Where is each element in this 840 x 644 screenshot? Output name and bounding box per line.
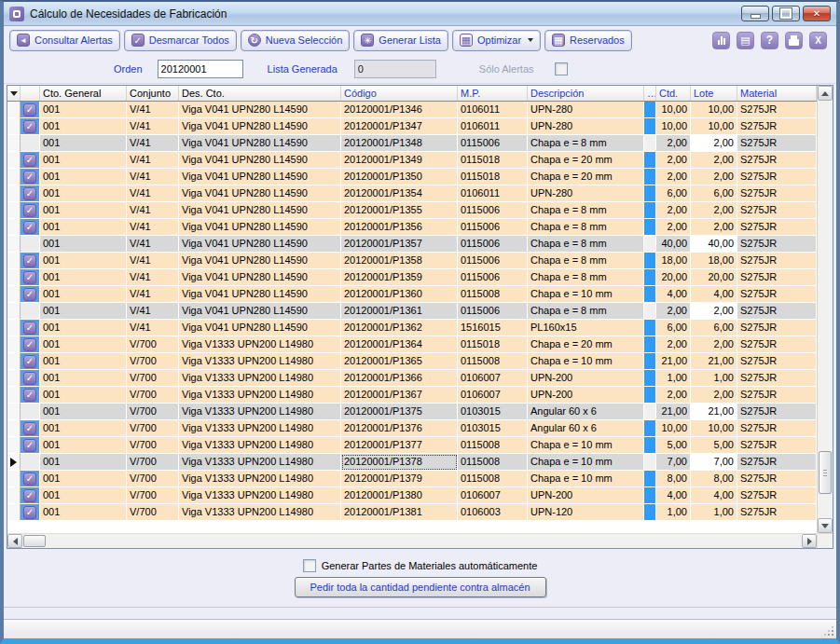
cell-codigo[interactable]: 20120001/P1358 (341, 253, 458, 269)
table-row[interactable]: 001 V/700 Viga V1333 UPN200 L14980 20120… (7, 353, 817, 370)
conjunto-header[interactable]: Conjunto (127, 86, 179, 101)
scroll-right-button[interactable] (802, 534, 817, 548)
bar-chart-icon[interactable] (712, 32, 730, 49)
table-row[interactable]: 001 V/700 Viga V1333 UPN200 L14980 20120… (7, 370, 817, 387)
cell-codigo[interactable]: 20120001/P1381 (341, 504, 458, 521)
cell-lote[interactable]: 2,00 (691, 135, 737, 152)
cell-codigo[interactable]: 20120001/P1346 (341, 102, 458, 118)
cell-codigo[interactable]: 20120001/P1378 (341, 454, 458, 471)
cell-lote[interactable]: 5,00 (691, 437, 737, 454)
row-checkbox[interactable] (21, 152, 40, 169)
pedir-cantidad-button[interactable]: Pedir toda la cantidad pendiente contra … (295, 577, 546, 597)
cell-codigo[interactable]: 20120001/P1360 (341, 286, 458, 303)
row-checkbox[interactable] (21, 320, 40, 336)
cell-codigo[interactable]: 20120001/P1350 (341, 169, 458, 185)
cell-lote[interactable]: 21,00 (691, 404, 737, 420)
table-row[interactable]: 001 V/41 Viga V041 UPN280 L14590 2012000… (7, 118, 817, 135)
row-checkbox[interactable] (21, 303, 40, 320)
row-checkbox[interactable] (21, 219, 40, 236)
cell-lote[interactable]: 2,00 (691, 169, 737, 185)
horizontal-scrollbar[interactable] (7, 534, 817, 548)
clipboard-icon[interactable] (737, 32, 754, 49)
cell-codigo[interactable]: 20120001/P1367 (341, 387, 458, 404)
cell-lote[interactable]: 2,00 (691, 387, 737, 404)
orden-input[interactable] (158, 60, 243, 78)
cell-lote[interactable]: 2,00 (691, 219, 737, 236)
table-row[interactable]: 001 V/700 Viga V1333 UPN200 L14980 20120… (7, 471, 817, 487)
cell-lote[interactable]: 1,00 (691, 370, 737, 387)
resize-grip[interactable] (832, 634, 833, 636)
vertical-scrollbar-thumb[interactable] (819, 451, 832, 494)
cell-lote[interactable]: 2,00 (691, 202, 737, 219)
mp-header[interactable]: M.P. (458, 86, 528, 101)
minimize-button[interactable] (741, 6, 769, 21)
cell-lote[interactable]: 7,00 (691, 454, 737, 471)
ctd-header[interactable]: Ctd. (656, 86, 691, 101)
row-checkbox[interactable] (21, 420, 40, 437)
cell-lote[interactable]: 21,00 (691, 353, 737, 370)
table-row[interactable]: 001 V/41 Viga V041 UPN280 L14590 2012000… (7, 152, 817, 169)
row-checkbox[interactable] (21, 504, 40, 521)
scroll-down-button[interactable] (818, 518, 833, 533)
cell-codigo[interactable]: 20120001/P1348 (341, 135, 458, 152)
row-checkbox[interactable] (21, 404, 40, 420)
print-icon[interactable] (785, 32, 803, 49)
lote-header[interactable]: Lote (691, 86, 737, 101)
cell-codigo[interactable]: 20120001/P1379 (341, 471, 458, 487)
exit-icon[interactable] (809, 32, 827, 49)
maximize-button[interactable] (772, 6, 800, 21)
table-row[interactable]: 001 V/41 Viga V041 UPN280 L14590 2012000… (7, 320, 817, 336)
cell-codigo[interactable]: 20120001/P1347 (341, 118, 458, 135)
filter-dropdown-header[interactable] (7, 86, 21, 101)
cell-lote[interactable]: 2,00 (691, 152, 737, 169)
desmarcar-todos-button[interactable]: Desmarcar Todos (124, 30, 237, 51)
cto-general-header[interactable]: Cto. General (40, 86, 127, 101)
cell-codigo[interactable]: 20120001/P1349 (341, 152, 458, 169)
table-row[interactable]: 001 V/700 Viga V1333 UPN200 L14980 20120… (7, 487, 817, 504)
table-row[interactable]: 001 V/41 Viga V041 UPN280 L14590 2012000… (7, 185, 817, 202)
table-row[interactable]: 001 V/700 Viga V1333 UPN200 L14980 20120… (7, 336, 817, 353)
cell-codigo[interactable]: 20120001/P1356 (341, 219, 458, 236)
cell-codigo[interactable]: 20120001/P1376 (341, 420, 458, 437)
row-checkbox[interactable] (21, 387, 40, 404)
row-checkbox[interactable] (21, 169, 40, 185)
table-row[interactable]: 001 V/41 Viga V041 UPN280 L14590 2012000… (7, 236, 817, 253)
cell-lote[interactable]: 6,00 (691, 320, 737, 336)
row-checkbox[interactable] (21, 353, 40, 370)
table-row[interactable]: 001 V/700 Viga V1333 UPN200 L14980 20120… (7, 504, 817, 521)
check-column-header[interactable] (21, 86, 40, 101)
row-checkbox[interactable] (21, 269, 40, 286)
cell-lote[interactable]: 4,00 (691, 286, 737, 303)
table-row[interactable]: 001 V/700 Viga V1333 UPN200 L14980 20120… (7, 454, 817, 471)
table-row[interactable]: 001 V/41 Viga V041 UPN280 L14590 2012000… (7, 286, 817, 303)
cell-lote[interactable]: 6,00 (691, 185, 737, 202)
cell-codigo[interactable]: 20120001/P1380 (341, 487, 458, 504)
generar-lista-button[interactable]: Generar Lista (353, 30, 448, 51)
consultar-alertas-button[interactable]: Consultar Alertas (9, 30, 120, 51)
row-checkbox[interactable] (21, 185, 40, 202)
table-row[interactable]: 001 V/41 Viga V041 UPN280 L14590 2012000… (7, 269, 817, 286)
cell-lote[interactable]: 8,00 (691, 471, 737, 487)
lista-generada-input[interactable] (354, 60, 436, 78)
cell-lote[interactable]: 2,00 (691, 303, 737, 320)
cell-lote[interactable]: 2,00 (691, 336, 737, 353)
cell-codigo[interactable]: 20120001/P1361 (341, 303, 458, 320)
cell-codigo[interactable]: 20120001/P1377 (341, 437, 458, 454)
table-row[interactable]: 001 V/700 Viga V1333 UPN200 L14980 20120… (7, 420, 817, 437)
row-checkbox[interactable] (21, 471, 40, 487)
row-checkbox[interactable] (21, 487, 40, 504)
table-row[interactable]: 001 V/41 Viga V041 UPN280 L14590 2012000… (7, 102, 817, 118)
row-checkbox[interactable] (21, 135, 40, 152)
row-checkbox[interactable] (21, 236, 40, 253)
cell-lote[interactable]: 18,00 (691, 253, 737, 269)
vertical-scrollbar[interactable] (817, 86, 833, 533)
table-row[interactable]: 001 V/41 Viga V041 UPN280 L14590 2012000… (7, 219, 817, 236)
nueva-seleccion-button[interactable]: Nueva Selección (241, 30, 351, 51)
table-row[interactable]: 001 V/700 Viga V1333 UPN200 L14980 20120… (7, 404, 817, 420)
table-row[interactable]: 001 V/41 Viga V041 UPN280 L14590 2012000… (7, 253, 817, 269)
cell-codigo[interactable]: 20120001/P1364 (341, 336, 458, 353)
row-checkbox[interactable] (21, 253, 40, 269)
cell-lote[interactable]: 4,00 (691, 487, 737, 504)
cell-codigo[interactable]: 20120001/P1357 (341, 236, 458, 253)
codigo-header[interactable]: Código (341, 86, 458, 101)
